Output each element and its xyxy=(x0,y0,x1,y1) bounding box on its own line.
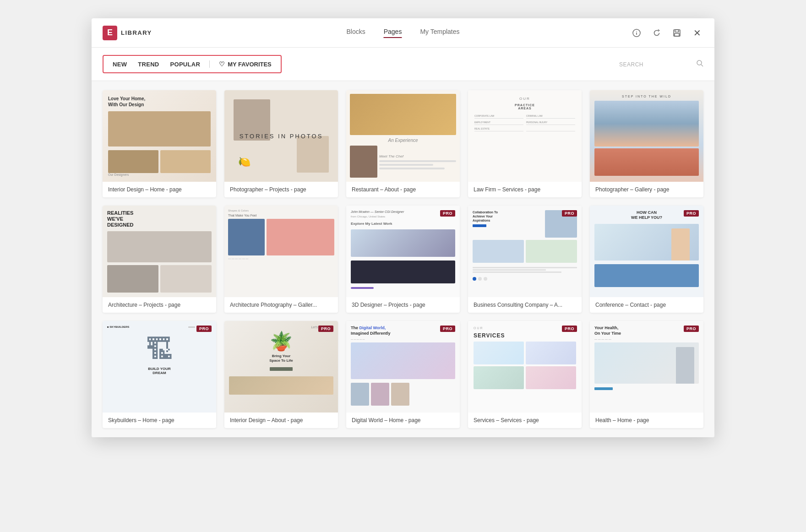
library-modal: E LIBRARY Blocks Pages My Templates xyxy=(92,18,714,437)
elementor-logo: E xyxy=(103,26,117,40)
card-interior-design[interactable]: Love Your Home,With Our Design Our Desig… xyxy=(103,90,216,197)
card-thumbnail: PRO Let's Talk Plans 🪴 Bring YourSpace T… xyxy=(224,321,338,413)
card-thumbnail: An Experience Meet The Chef xyxy=(346,90,460,182)
svg-point-2 xyxy=(636,31,637,32)
card-label: Interior Design – Home - page xyxy=(103,182,216,197)
template-grid: Love Your Home,With Our Design Our Desig… xyxy=(103,90,703,428)
card-thumbnail: Love Your Home,With Our Design Our Desig… xyxy=(103,90,216,182)
logo-area: E LIBRARY xyxy=(103,26,152,40)
tab-my-templates[interactable]: My Templates xyxy=(420,28,459,38)
search-area xyxy=(619,60,703,69)
card-label: Digital World – Home - page xyxy=(346,413,460,428)
content-area: Love Your Home,With Our Design Our Desig… xyxy=(92,81,714,437)
card-label: Interior Design – About - page xyxy=(224,413,338,428)
card-thumbnail: PRO John Mcwinn — Senior CGI Designer fr… xyxy=(346,206,460,297)
filter-popular[interactable]: POPULAR xyxy=(166,59,205,70)
card-thumbnail: STEP INTO THE WILD xyxy=(590,90,703,182)
card-restaurant-about[interactable]: An Experience Meet The Chef Restaurant –… xyxy=(346,90,460,197)
card-label: Skybuilders – Home - page xyxy=(103,413,216,428)
card-label: Law Firm – Services - page xyxy=(468,182,582,197)
card-label: Photographer – Projects - page xyxy=(224,182,338,197)
card-label: Business Consulting Company – A... xyxy=(468,297,582,313)
card-architecture-projects[interactable]: REALITIESWE'VEDESIGNED Architecture – Pr… xyxy=(103,206,216,313)
tab-pages[interactable]: Pages xyxy=(384,28,402,38)
filter-trend[interactable]: TREND xyxy=(133,59,163,70)
info-icon-button[interactable] xyxy=(630,27,643,39)
card-thumbnail: STORIES IN PHOTOS 🍋 xyxy=(224,90,338,182)
pro-badge: PRO xyxy=(684,326,699,332)
card-skybuilders[interactable]: PRO ■ SKYBUILDERS 🏗 BUILD YOURDREAM Skyb… xyxy=(103,321,216,428)
card-law-firm-services[interactable]: OUR PRACTICEAREAS CORPORATE LAW CRIMINAL… xyxy=(468,90,582,197)
card-arch-photo-gallery[interactable]: Shapes & Colors That Make You Feel — — —… xyxy=(224,206,338,313)
svg-rect-5 xyxy=(675,33,679,36)
svg-point-6 xyxy=(697,60,702,65)
card-label: Photographer – Gallery - page xyxy=(590,182,703,197)
card-label: Services – Services - page xyxy=(468,413,582,428)
heart-icon: ♡ xyxy=(219,60,225,68)
pro-badge: PRO xyxy=(196,326,212,332)
filter-favorites[interactable]: ♡ MY FAVORITES xyxy=(214,59,276,70)
svg-line-7 xyxy=(701,65,703,66)
card-thumbnail: REALITIESWE'VEDESIGNED xyxy=(103,206,216,297)
card-3d-designer[interactable]: PRO John Mcwinn — Senior CGI Designer fr… xyxy=(346,206,460,313)
card-label: Architecture – Projects - page xyxy=(103,297,216,313)
search-icon[interactable] xyxy=(696,60,703,69)
card-thumbnail: PRO ■ SKYBUILDERS 🏗 BUILD YOURDREAM xyxy=(103,321,216,413)
pro-badge: PRO xyxy=(440,210,455,217)
pro-badge: PRO xyxy=(684,210,699,217)
header-actions: ✕ xyxy=(630,27,703,39)
search-input[interactable] xyxy=(619,61,692,68)
card-photographer-projects[interactable]: STORIES IN PHOTOS 🍋 Photographer – Proje… xyxy=(224,90,338,197)
card-thumbnail: PRO Your Health,On Your Time — — — — — xyxy=(590,321,703,413)
library-title: LIBRARY xyxy=(121,29,152,36)
pro-badge: PRO xyxy=(562,326,577,332)
card-interior2[interactable]: PRO Let's Talk Plans 🪴 Bring YourSpace T… xyxy=(224,321,338,428)
tab-blocks[interactable]: Blocks xyxy=(346,28,365,38)
svg-rect-4 xyxy=(675,30,679,32)
card-business-consulting[interactable]: PRO Collaboration ToAchieve YourAspirati… xyxy=(468,206,582,313)
card-thumbnail: Shapes & Colors That Make You Feel — — —… xyxy=(224,206,338,297)
card-label: Health – Home - page xyxy=(590,413,703,428)
filter-bar: NEW TREND POPULAR ♡ MY FAVORITES xyxy=(92,48,714,81)
card-photographer-gallery[interactable]: STEP INTO THE WILD Photographer – Galler… xyxy=(590,90,703,197)
card-thumbnail: PRO The Digital World,Imagined Different… xyxy=(346,321,460,413)
modal-header: E LIBRARY Blocks Pages My Templates xyxy=(92,18,714,48)
save-icon-button[interactable] xyxy=(670,27,683,39)
header-tabs: Blocks Pages My Templates xyxy=(346,28,459,38)
filter-group: NEW TREND POPULAR ♡ MY FAVORITES xyxy=(103,55,282,73)
card-thumbnail: OUR PRACTICEAREAS CORPORATE LAW CRIMINAL… xyxy=(468,90,582,182)
card-label: 3D Designer – Projects - page xyxy=(346,297,460,313)
card-digital-world[interactable]: PRO The Digital World,Imagined Different… xyxy=(346,321,460,428)
pro-badge: PRO xyxy=(318,326,333,332)
card-label: Architecture Photography – Galler... xyxy=(224,297,338,313)
pro-badge: PRO xyxy=(562,210,577,217)
card-health[interactable]: PRO Your Health,On Your Time — — — — — H… xyxy=(590,321,703,428)
pro-badge: PRO xyxy=(440,326,455,332)
filter-new[interactable]: NEW xyxy=(108,59,131,70)
card-label: Restaurant – About - page xyxy=(346,182,460,197)
filter-divider xyxy=(209,60,210,68)
card-conference-contact[interactable]: PRO HOW CANWE HELP YOU? Conference – Con… xyxy=(590,206,703,313)
refresh-icon-button[interactable] xyxy=(650,27,663,39)
card-thumbnail: PRO OUR SERVICES xyxy=(468,321,582,413)
card-label: Conference – Contact - page xyxy=(590,297,703,313)
close-button[interactable]: ✕ xyxy=(691,27,703,39)
card-thumbnail: PRO HOW CANWE HELP YOU? xyxy=(590,206,703,297)
card-thumbnail: PRO Collaboration ToAchieve YourAspirati… xyxy=(468,206,582,297)
card-our-services[interactable]: PRO OUR SERVICES Services – Services - p… xyxy=(468,321,582,428)
